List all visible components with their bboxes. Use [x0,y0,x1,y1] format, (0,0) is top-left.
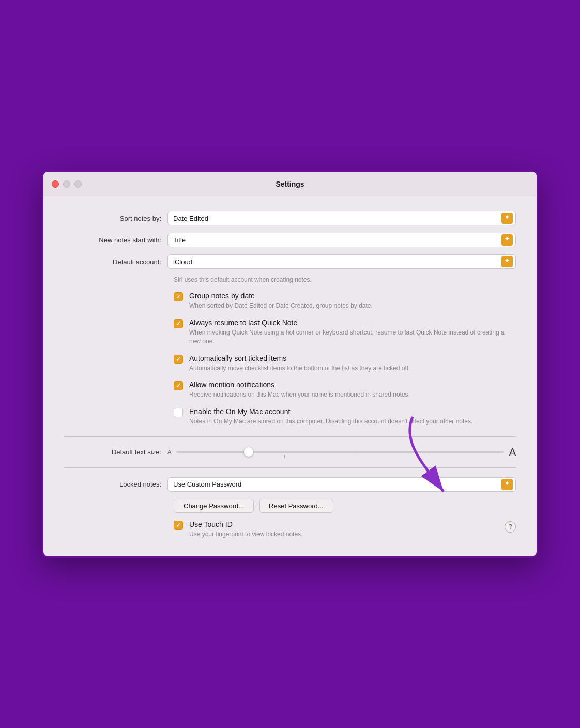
traffic-lights [52,180,82,188]
slider-container: A A [167,446,516,458]
new-notes-select[interactable]: Title [167,233,516,247]
new-notes-label: New notes start with: [64,236,167,244]
group-notes-row: Group notes by date When sorted by Date … [174,292,516,310]
auto-sort-label-group: Automatically sort ticked items Automati… [189,354,516,373]
maximize-button[interactable] [74,180,82,188]
touch-id-desc: Use your fingerprint to view locked note… [189,530,505,539]
reset-password-button[interactable]: Reset Password... [259,499,333,513]
locked-notes-label: Locked notes: [64,480,167,488]
password-buttons: Change Password... Reset Password... [174,499,516,513]
auto-sort-title: Automatically sort ticked items [189,354,516,362]
sort-notes-select-wrapper: Date Edited [167,211,516,225]
slider-tick-3 [429,455,429,458]
mention-notify-row: Allow mention notifications Receive noti… [174,381,516,399]
group-notes-label-group: Group notes by date When sorted by Date … [189,292,516,310]
help-button[interactable]: ? [505,521,516,533]
settings-content: Sort notes by: Date Edited New notes sta… [43,196,537,556]
group-notes-title: Group notes by date [189,292,516,300]
mention-notify-desc: Receive notifications on this Mac when y… [189,390,516,399]
mention-notify-label-group: Allow mention notifications Receive noti… [189,381,516,399]
always-resume-row: Always resume to last Quick Note When in… [174,318,516,346]
sort-notes-row: Sort notes by: Date Edited [64,211,516,225]
close-button[interactable] [52,180,59,188]
text-size-label: Default text size: [64,448,167,456]
always-resume-checkbox[interactable] [174,319,183,328]
touch-id-title: Use Touch ID [189,520,505,528]
touch-id-label-group: Use Touch ID Use your fingerprint to vie… [189,520,505,539]
slider-small-a: A [167,449,171,455]
always-resume-desc: When invoking Quick Note using a hot cor… [189,328,516,346]
default-account-select[interactable]: iCloud [167,254,516,269]
touch-id-section: Use Touch ID Use your fingerprint to vie… [174,520,516,542]
touch-id-checkbox[interactable] [174,521,183,530]
slider-tick-2 [357,455,357,458]
mention-notify-checkbox[interactable] [174,381,183,390]
locked-notes-row: Locked notes: Use Custom Password [64,477,516,492]
new-notes-row: New notes start with: Title [64,233,516,247]
always-resume-title: Always resume to last Quick Note [189,318,516,327]
on-my-mac-row: Enable the On My Mac account Notes in On… [174,407,516,426]
new-notes-select-wrapper: Title [167,233,516,247]
group-notes-checkbox[interactable] [174,292,183,301]
always-resume-label-group: Always resume to last Quick Note When in… [189,318,516,346]
slider-tick-1 [284,455,285,458]
group-notes-desc: When sorted by Date Edited or Date Creat… [189,301,516,310]
default-account-select-wrapper: iCloud [167,254,516,269]
settings-window: Settings Sort notes by: Date Edited New … [42,170,538,558]
siri-note: Siri uses this default account when crea… [174,276,516,283]
slider-thumb[interactable] [244,447,253,457]
slider-large-a: A [509,446,516,458]
on-my-mac-title: Enable the On My Mac account [189,407,516,416]
auto-sort-row: Automatically sort ticked items Automati… [174,354,516,373]
checkboxes-section: Group notes by date When sorted by Date … [174,292,516,426]
touch-id-row: Use Touch ID Use your fingerprint to vie… [174,520,505,539]
on-my-mac-checkbox[interactable] [174,408,183,417]
default-account-label: Default account: [64,258,167,266]
locked-notes-select-wrapper: Use Custom Password [167,477,516,492]
window-body: Sort notes by: Date Edited New notes sta… [43,196,537,556]
locked-notes-section: Locked notes: Use Custom Password [64,477,516,492]
minimize-button[interactable] [63,180,70,188]
mention-notify-title: Allow mention notifications [189,381,516,389]
sort-notes-select[interactable]: Date Edited [167,211,516,225]
auto-sort-checkbox[interactable] [174,355,183,364]
locked-notes-select[interactable]: Use Custom Password [167,477,516,492]
titlebar: Settings [43,172,537,196]
on-my-mac-label-group: Enable the On My Mac account Notes in On… [189,407,516,426]
slider-track [176,451,503,453]
window-title: Settings [276,180,304,188]
default-account-row: Default account: iCloud [64,254,516,269]
on-my-mac-desc: Notes in On My Mac are stored on this co… [189,417,516,426]
sort-notes-label: Sort notes by: [64,215,167,222]
text-size-section: Default text size: A A [64,436,516,468]
auto-sort-desc: Automatically move checklist items to th… [189,364,516,373]
change-password-button[interactable]: Change Password... [174,499,254,513]
